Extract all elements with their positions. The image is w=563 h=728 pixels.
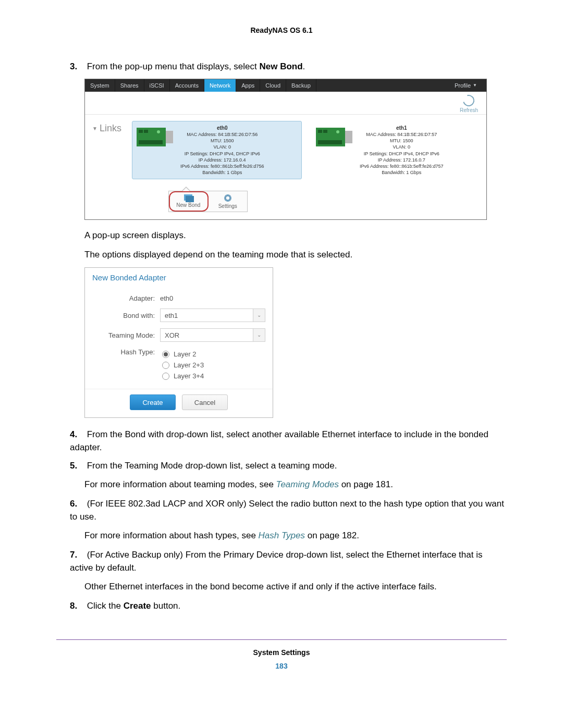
create-button[interactable]: Create [130,394,176,410]
step-5-follow-pre: For more information about teaming modes… [84,479,276,489]
menu-item-settings[interactable]: Settings [209,191,248,212]
step-8-post: button. [151,601,181,611]
links-label: Links [100,123,121,134]
dialog-title: New Bonded Adapter [85,268,273,291]
nic-eth0-vlan: VLAN: 0 [180,144,264,150]
gear-icon [224,194,231,202]
context-menu: New Bond Settings [168,191,248,212]
menu-newbond-label: New Bond [176,202,200,208]
svg-rect-1 [166,131,173,143]
tab-backup[interactable]: Backup [286,79,316,92]
nic-eth1-bw: Bandwidth: 1 Gbps [360,169,443,176]
svg-point-11 [336,130,339,133]
chevron-down-icon: ▼ [473,83,477,88]
tab-shares[interactable]: Shares [115,79,144,92]
step-8-num: 8. [70,600,84,613]
step-8-bold: Create [124,601,151,611]
nic-eth1-mac: MAC Address: 84:1B:5E:26:D7:57 [360,131,443,138]
radio-layer34-label: Layer 3+4 [174,372,204,380]
step-4-text: From the Bond with drop-down list, selec… [70,429,488,452]
nic-eth1-ip: IP Address: 172.16.0.7 [360,157,443,163]
step-6-follow-post: on page 182. [305,530,359,540]
nic-eth0-name: eth0 [180,125,264,132]
tab-profile[interactable]: Profile▼ [449,79,486,92]
nic-card-eth1[interactable]: eth1 MAC Address: 84:1B:5E:26:D7:57 MTU:… [311,121,481,179]
step-5: 5. From the Teaming Mode drop-down list,… [70,460,507,473]
step-6-text: (For IEEE 802.3ad LACP and XOR only) Sel… [70,499,504,522]
bond-icon [184,194,192,201]
step-3-follow2: The options displayed depend on the team… [84,249,507,262]
nic-eth0-mtu: MTU: 1500 [180,138,264,144]
step-6: 6. (For IEEE 802.3ad LACP and XOR only) … [70,498,507,523]
step-6-num: 6. [70,498,84,511]
tab-accounts[interactable]: Accounts [170,79,204,92]
nic-icon [136,125,175,151]
nic-icon [315,125,354,151]
section-links-title: ▼ Links [90,121,123,179]
nic-card-eth0[interactable]: eth0 MAC Address: 84:1B:5E:26:D7:56 MTU:… [132,121,302,179]
chevron-down-icon: ▼ [92,126,97,131]
radio-icon [162,373,169,380]
step-3-text-pre: From the pop-up menu that displays, sele… [87,61,260,71]
link-teaming-modes[interactable]: Teaming Modes [276,479,339,489]
step-7: 7. (For Active Backup only) From the Pri… [70,549,507,574]
step-3-follow1: A pop-up screen displays. [84,229,507,242]
nic-eth1-info: eth1 MAC Address: 84:1B:5E:26:D7:57 MTU:… [360,125,443,176]
screenshot-network-page: System Shares iSCSI Accounts Network App… [84,79,487,220]
nic-eth1-mtu: MTU: 1500 [360,138,443,144]
select-bond-with-value: eth1 [161,312,253,319]
nic-eth1-ipv6: IPv6 Address: fe80::861b:5eff:fe26:d757 [360,163,443,169]
refresh-button[interactable]: Refresh [460,95,478,113]
svg-rect-10 [318,140,342,144]
label-bond-with: Bond with: [92,312,155,319]
tab-apps[interactable]: Apps [236,79,260,92]
radio-icon [162,351,169,358]
step-3: 3. From the pop-up menu that displays, s… [70,60,507,73]
step-6-follow: For more information about hash types, s… [84,529,507,542]
menu-item-new-bond[interactable]: New Bond [169,191,209,212]
step-5-follow: For more information about teaming modes… [84,478,507,491]
refresh-icon [461,93,476,108]
page-header: ReadyNAS OS 6.1 [56,26,507,34]
cancel-button[interactable]: Cancel [182,394,228,410]
tab-spacer [316,79,449,92]
step-7-num: 7. [70,549,84,562]
nic-eth0-bw: Bandwidth: 1 Gbps [180,169,264,176]
nic-eth0-info: eth0 MAC Address: 84:1B:5E:26:D7:56 MTU:… [180,125,264,176]
dialog-new-bonded-adapter: New Bonded Adapter Adapter: eth0 Bond wi… [84,267,273,418]
label-adapter: Adapter: [92,294,155,302]
footer-title: System Settings [56,648,507,657]
chevron-down-icon: ⌄ [253,309,265,322]
step-6-follow-pre: For more information about hash types, s… [84,530,259,540]
select-bond-with[interactable]: eth1 ⌄ [160,309,265,322]
step-5-num: 5. [70,460,84,473]
radio-icon [162,362,169,369]
menu-settings-label: Settings [218,203,237,209]
step-3-num: 3. [70,60,84,73]
page-number: 183 [56,662,507,670]
tab-iscsi[interactable]: iSCSI [144,79,170,92]
svg-rect-9 [323,130,327,133]
nic-eth0-ip: IP Address: 172.16.0.4 [180,157,264,163]
link-hash-types[interactable]: Hash Types [259,530,305,540]
tab-system[interactable]: System [85,79,115,92]
select-teaming-mode[interactable]: XOR ⌄ [160,328,265,342]
radio-layer2-label: Layer 2 [174,350,196,358]
tab-cloud[interactable]: Cloud [260,79,286,92]
tab-network[interactable]: Network [204,79,236,92]
radio-layer23[interactable]: Layer 2+3 [92,360,265,371]
svg-rect-2 [139,130,143,133]
refresh-label: Refresh [460,107,478,113]
footer-rule [56,639,507,640]
select-teaming-value: XOR [161,331,253,339]
step-4-num: 4. [70,428,84,441]
nic-eth1-vlan: VLAN: 0 [360,144,443,150]
step-5-follow-post: on page 181. [339,479,393,489]
step-7-follow: Other Ethernet interfaces in the bond be… [84,581,507,594]
nic-eth0-ipv6: IPv6 Address: fe80::861b:5eff:fe26:d756 [180,163,264,169]
nic-eth1-name: eth1 [360,125,443,132]
svg-rect-4 [139,140,163,144]
radio-layer34[interactable]: Layer 3+4 [92,371,265,381]
label-hash-type: Hash Type: [92,348,155,356]
svg-rect-8 [318,130,322,133]
